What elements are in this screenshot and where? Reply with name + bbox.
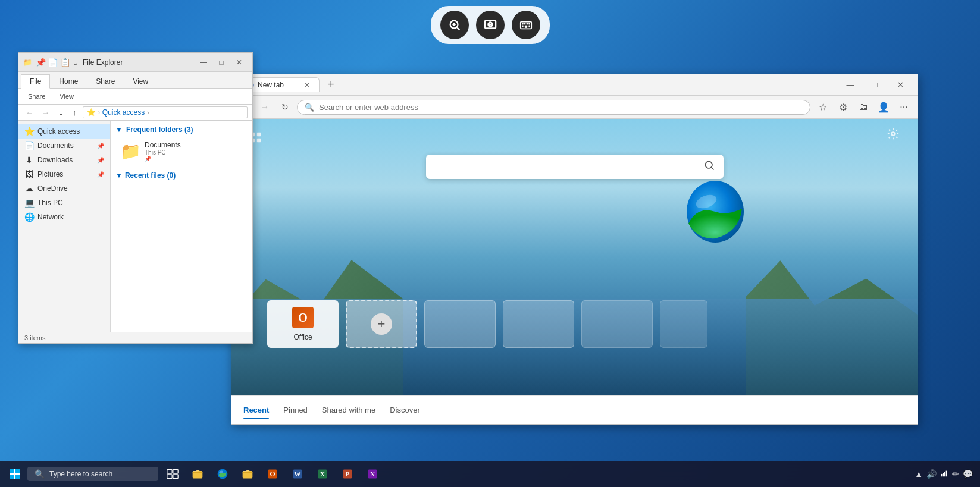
fe-content-pane: ▼ Frequent folders (3) 📁 Documents This … bbox=[111, 121, 252, 332]
more-icon-button[interactable]: ··· bbox=[895, 98, 913, 116]
speed-dial-office[interactable]: O Office bbox=[267, 300, 339, 348]
sidebar-item-network[interactable]: 🌐 Network bbox=[18, 210, 110, 224]
keyboard-button[interactable] bbox=[512, 11, 540, 39]
taskbar-file-explorer-2[interactable] bbox=[236, 462, 259, 486]
taskbar-office[interactable]: O bbox=[261, 462, 284, 486]
ribbon-share-btn[interactable]: Share bbox=[23, 91, 50, 102]
tab-share[interactable]: Share bbox=[87, 74, 124, 88]
folder-grid: 📁 Documents This PC 📌 bbox=[115, 139, 248, 164]
doc2-icon: 📋 bbox=[60, 58, 70, 67]
taskbar-apps: O W X P N bbox=[161, 462, 384, 486]
taskbar-search-placeholder: Type here to search bbox=[49, 470, 112, 478]
sidebar-item-downloads[interactable]: ⬇ Downloads 📌 bbox=[18, 153, 110, 167]
sidebar-label-this-pc: This PC bbox=[37, 199, 63, 207]
frequent-folders-header[interactable]: ▼ Frequent folders (3) bbox=[115, 125, 248, 134]
folder-documents-pin: 📌 bbox=[145, 156, 181, 162]
edge-url-bar[interactable]: 🔍 bbox=[297, 100, 810, 115]
network-icon[interactable] bbox=[940, 469, 948, 479]
taskbar-search[interactable]: 🔍 Type here to search bbox=[27, 467, 158, 481]
pencil-icon[interactable]: ✏ bbox=[952, 469, 959, 479]
new-tab-button[interactable]: + bbox=[324, 78, 338, 91]
network-tray-icon[interactable]: ▲ bbox=[915, 469, 923, 479]
zoom-button[interactable] bbox=[440, 11, 469, 39]
title-left: 📁 📌 📄 📋 ⌄ File Explorer bbox=[23, 58, 123, 67]
edge-content-area: O Office + bbox=[231, 119, 918, 395]
fe-maximize-button[interactable]: □ bbox=[213, 56, 230, 68]
ribbon-view-btn[interactable]: View bbox=[55, 91, 79, 102]
tab-view[interactable]: View bbox=[124, 74, 157, 88]
collection-icon-button[interactable]: 🗂 bbox=[854, 98, 872, 116]
edge-maximize-button[interactable]: □ bbox=[863, 76, 888, 94]
start-button[interactable] bbox=[2, 463, 27, 485]
edge-toolbar: ← → ↻ 🔍 ☆ ⚙ 🗂 👤 ··· bbox=[231, 96, 918, 119]
address-breadcrumb[interactable]: ⭐ › Quick access › bbox=[83, 106, 248, 118]
speed-dial-empty-2 bbox=[503, 300, 574, 348]
nav-back-button[interactable]: ← bbox=[23, 107, 36, 118]
recent-files-header[interactable]: ▼ Recent files (0) bbox=[115, 171, 248, 180]
nav-pinned[interactable]: Pinned bbox=[283, 403, 307, 417]
profile-icon-button[interactable]: 👤 bbox=[875, 98, 893, 116]
svg-line-22 bbox=[711, 168, 713, 170]
edge-refresh-button[interactable]: ↻ bbox=[277, 99, 293, 115]
nav-discover[interactable]: Discover bbox=[390, 403, 420, 417]
system-icons: ▲ 🔊 ✏ 💬 bbox=[915, 469, 973, 479]
nav-shared-with-me[interactable]: Shared with me bbox=[322, 403, 375, 417]
url-input[interactable] bbox=[319, 103, 803, 112]
sidebar-item-onedrive[interactable]: ☁ OneDrive bbox=[18, 181, 110, 196]
fe-close-button[interactable]: ✕ bbox=[231, 56, 248, 68]
svg-point-21 bbox=[705, 161, 712, 168]
sidebar-item-pictures[interactable]: 🖼 Pictures 📌 bbox=[18, 167, 110, 181]
favorites-icon-button[interactable]: ☆ bbox=[814, 98, 832, 116]
edge-logo bbox=[680, 179, 751, 253]
notification-icon[interactable]: 💬 bbox=[963, 469, 973, 479]
speed-dial-empty-1 bbox=[424, 300, 496, 348]
edge-tab-label: New tab bbox=[258, 81, 284, 89]
nav-recent[interactable]: Recent bbox=[243, 403, 269, 417]
nav-forward-button[interactable]: → bbox=[39, 107, 52, 118]
sidebar-item-this-pc[interactable]: 💻 This PC bbox=[18, 196, 110, 210]
edge-search-button[interactable] bbox=[703, 159, 715, 174]
edge-minimize-button[interactable]: — bbox=[838, 76, 863, 94]
breadcrumb-path: Quick access bbox=[102, 108, 145, 117]
edge-toolbar-icons: ☆ ⚙ 🗂 👤 ··· bbox=[814, 98, 913, 116]
taskbar-excel[interactable]: X bbox=[311, 462, 334, 486]
svg-rect-25 bbox=[167, 470, 172, 474]
tab-close-button[interactable]: ✕ bbox=[302, 80, 312, 90]
edge-search-input[interactable] bbox=[434, 162, 697, 172]
remote-desktop-button[interactable] bbox=[476, 11, 505, 39]
edge-close-button[interactable]: ✕ bbox=[888, 76, 913, 94]
edge-forward-button[interactable]: → bbox=[256, 99, 273, 115]
documents-icon: 📄 bbox=[24, 141, 34, 150]
sidebar-item-documents[interactable]: 📄 Documents 📌 bbox=[18, 139, 110, 153]
search-icon: 🔍 bbox=[305, 103, 314, 112]
folder-item-documents[interactable]: 📁 Documents This PC 📌 bbox=[115, 139, 199, 164]
tab-home[interactable]: Home bbox=[50, 74, 87, 88]
speed-dial-add[interactable]: + bbox=[346, 300, 417, 348]
add-site-icon: + bbox=[371, 313, 392, 335]
chevron-down-icon: ▼ bbox=[115, 125, 123, 134]
volume-icon[interactable]: 🔊 bbox=[926, 469, 937, 479]
taskbar-onenote[interactable]: N bbox=[361, 462, 384, 486]
edge-settings-button[interactable] bbox=[887, 127, 900, 144]
sidebar-label-quick-access: Quick access bbox=[37, 127, 80, 136]
taskbar-task-view[interactable] bbox=[161, 462, 184, 486]
sidebar-item-quick-access[interactable]: ⭐ Quick access bbox=[18, 124, 110, 139]
settings-icon-button[interactable]: ⚙ bbox=[834, 98, 852, 116]
taskbar-file-explorer[interactable] bbox=[186, 462, 209, 486]
office-label: Office bbox=[293, 333, 312, 341]
svg-rect-28 bbox=[173, 475, 178, 479]
fe-statusbar: 3 items bbox=[18, 332, 252, 343]
taskbar-word[interactable]: W bbox=[286, 462, 309, 486]
nav-up-button[interactable]: ↑ bbox=[70, 107, 79, 118]
frequent-folders-label: Frequent folders (3) bbox=[126, 125, 193, 134]
svg-text:P: P bbox=[346, 471, 349, 477]
fe-minimize-button[interactable]: — bbox=[195, 56, 212, 68]
svg-rect-43 bbox=[941, 473, 943, 476]
taskbar-powerpoint[interactable]: P bbox=[336, 462, 359, 486]
network-icon: 🌐 bbox=[24, 212, 34, 222]
taskbar-edge[interactable] bbox=[211, 462, 234, 486]
tab-file[interactable]: File bbox=[21, 74, 50, 89]
nav-recent-button[interactable]: ⌄ bbox=[55, 107, 67, 118]
pictures-pin-icon: 📌 bbox=[97, 171, 104, 178]
svg-rect-29 bbox=[193, 471, 203, 479]
